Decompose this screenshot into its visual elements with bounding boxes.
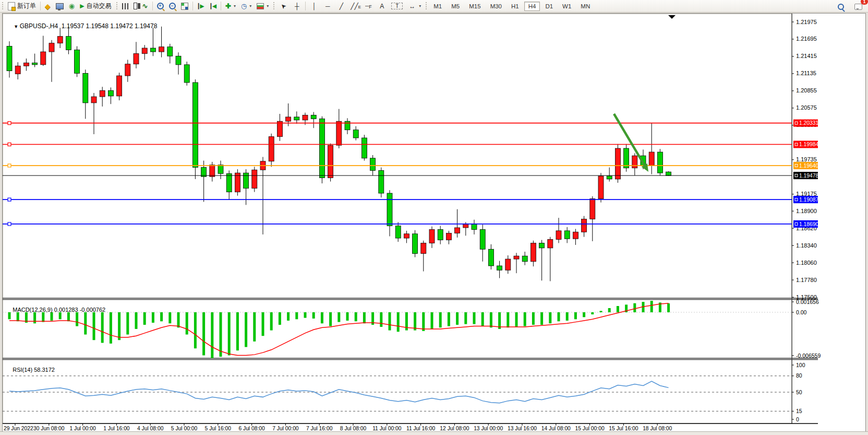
search-icon [838, 4, 844, 10]
text-tool-button[interactable]: A [375, 1, 389, 12]
timeframe-MN[interactable]: MN [576, 2, 594, 11]
time-tick-label: 30 Jun 08:00 [33, 426, 65, 431]
chart-shift-button[interactable]: ┃◀ [207, 1, 219, 12]
chart-menu-triangle-icon[interactable]: ▼ [14, 24, 19, 29]
candle [564, 231, 570, 239]
level-line-handle [8, 164, 11, 167]
templates-button[interactable]: ▾ [254, 1, 271, 12]
candle [615, 148, 620, 179]
timeframe-M15[interactable]: M15 [465, 2, 485, 11]
chart-window[interactable]: 1.219751.216951.214151.211351.208551.205… [2, 13, 866, 432]
plot-border [3, 14, 792, 424]
level-line-handle [8, 198, 11, 201]
horizontal-line-button[interactable]: ─ [321, 1, 334, 12]
line-chart-button[interactable]: ∿ [140, 1, 151, 12]
candle [311, 115, 316, 119]
chevron-down-icon: ▾ [419, 4, 421, 8]
arrows-tool-button[interactable]: ↔▾ [405, 1, 424, 12]
candle [32, 63, 38, 65]
timeframe-W1[interactable]: W1 [558, 2, 575, 11]
candle [49, 43, 54, 52]
time-tick-label: 1 Jul 16:00 [103, 426, 130, 431]
toolbar-grip[interactable] [272, 2, 275, 10]
trendline-button[interactable]: ╱ [334, 1, 348, 12]
crosshair-tool-button[interactable]: ┼ [290, 1, 304, 12]
timeframe-M30[interactable]: M30 [486, 2, 506, 11]
candle [370, 158, 376, 171]
text-icon: A [378, 3, 386, 10]
candle [57, 37, 63, 43]
zoom-out-icon: − [169, 3, 176, 9]
cursor-tool-button[interactable]: ➤ [276, 1, 290, 12]
candle [657, 152, 662, 173]
chevron-down-icon: ▾ [267, 4, 269, 8]
candle [353, 130, 358, 138]
candlestick-chart-button[interactable] [131, 1, 140, 12]
template-icon [257, 3, 264, 9]
level-line-handle [8, 222, 11, 226]
timeframe-D1[interactable]: D1 [541, 2, 557, 11]
price-tick-label: 1.21695 [796, 36, 817, 42]
candle [218, 165, 223, 173]
price-level-label-text: 1.18690 [799, 221, 818, 227]
signals-button[interactable]: ◉ [66, 1, 77, 12]
timeframe-H4[interactable]: H4 [524, 2, 540, 11]
candle [117, 76, 122, 96]
zoom-in-button[interactable]: + [154, 1, 166, 12]
toolbar-grip[interactable] [115, 2, 118, 10]
price-tick-label: 1.18900 [796, 208, 817, 214]
chart-title: ▼ GBPUSD-,H4 1.19537 1.19548 1.19472 1.1… [7, 15, 157, 37]
candle [15, 66, 20, 74]
time-tick-label: 11 Jul 16:00 [406, 426, 436, 431]
vertical-line-button[interactable]: │ [307, 1, 321, 12]
price-level-label-text: 1.19984 [799, 142, 818, 147]
candle [277, 121, 282, 136]
cursor-icon: ➤ [278, 1, 289, 11]
candle [159, 47, 164, 52]
bar-chart-button[interactable] [119, 1, 131, 12]
toolbar-grip[interactable] [425, 2, 428, 10]
candle [286, 117, 291, 121]
fibonacci-button[interactable]: ┄F [361, 1, 375, 12]
candle [421, 243, 426, 253]
timeframe-H1[interactable]: H1 [507, 2, 523, 11]
zoom-out-button[interactable]: − [166, 1, 178, 12]
candle [472, 224, 477, 230]
auto-trading-button[interactable]: ▶ 自动交易 [77, 1, 114, 12]
price-chart-canvas[interactable]: 1.219751.216951.214151.211351.208551.205… [3, 14, 864, 431]
indicators-button[interactable]: ✚▾ [223, 1, 238, 12]
candle [328, 145, 333, 178]
timeframe-M1[interactable]: M1 [429, 2, 446, 11]
timeframe-M5[interactable]: M5 [447, 2, 464, 11]
notifications-button[interactable]: 1 [852, 1, 865, 13]
text-label-button[interactable]: T [389, 1, 405, 12]
macd-indicator-label: MACD(12,26,9) 0.001283 -0.000762 [6, 300, 105, 319]
time-tick-label: 13 Jul 16:00 [508, 426, 537, 431]
candle [387, 193, 392, 226]
periods-button[interactable]: ◷▾ [238, 1, 254, 12]
market-watch-button[interactable] [53, 1, 66, 12]
channel-icon: ╱╱E [351, 3, 359, 10]
candle [607, 176, 612, 179]
fibonacci-icon: ┄F [364, 3, 372, 10]
price-tick-label: 1.20855 [796, 87, 817, 93]
separator [305, 2, 306, 10]
candlestick-chart-icon [134, 3, 137, 9]
tile-windows-button[interactable] [178, 1, 191, 12]
text-label-icon: T [391, 3, 403, 9]
time-tick-label: 29 Jun 2022 [4, 426, 33, 431]
new-order-button[interactable]: 新订单 [5, 1, 39, 12]
metaeditor-button[interactable]: ◆ [42, 1, 53, 12]
candle [125, 64, 130, 76]
channel-button[interactable]: ╱╱E [348, 1, 361, 12]
time-tick-label: 6 Jul 08:00 [238, 426, 265, 431]
search-button[interactable] [835, 1, 847, 13]
toolbar-grip[interactable] [1, 2, 4, 10]
candle [108, 90, 113, 96]
candle [413, 234, 418, 254]
chevron-down-icon: ▾ [234, 4, 236, 8]
auto-scroll-button[interactable]: ┃▶ [195, 1, 207, 12]
candle [505, 259, 511, 270]
candle [336, 121, 342, 145]
toolbar: 新订单 ◆ ◉ ▶ 自动交易 ∿ + − ┃▶ ┃◀ ✚▾ ◷▾ ▾ ➤ ┼ │… [0, 0, 868, 13]
